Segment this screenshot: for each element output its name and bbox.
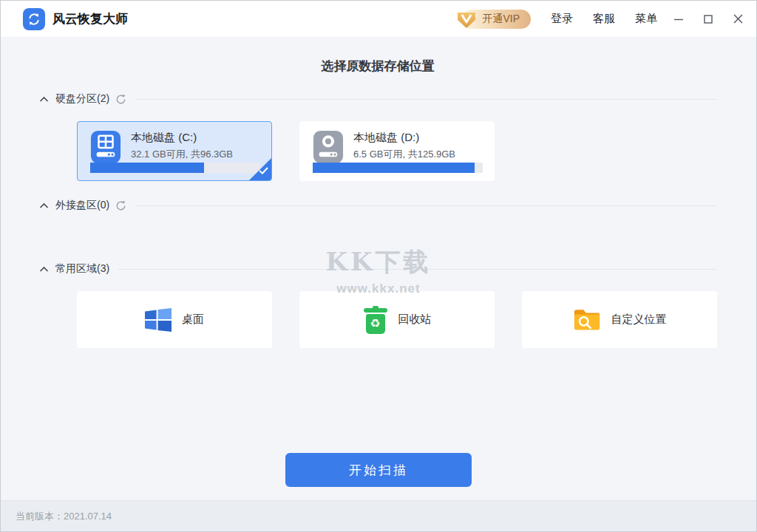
start-scan-button[interactable]: 开始扫描 [285,453,472,487]
minimize-icon [674,15,683,24]
maximize-button[interactable] [700,11,716,27]
chevron-up-icon[interactable] [39,96,49,103]
refresh-icon[interactable] [115,200,126,211]
disk-card-c[interactable]: 本地磁盘 (C:) 32.1 GB可用, 共96.3GB [77,121,272,181]
selected-check-icon [249,158,271,180]
app-window: 风云恢复大师 开通VIP 登录 客服 菜单 [0,0,757,532]
location-card-desktop[interactable]: 桌面 [77,291,272,348]
section-common-areas: 常用区域(3) [39,262,716,276]
recycle-glyph: ♻ [370,318,380,330]
close-icon [733,14,743,24]
disk-usage-fill [90,163,204,173]
location-card-recycle-bin[interactable]: ♻ 回收站 [299,291,495,348]
login-button[interactable]: 登录 [551,12,573,26]
open-vip-button[interactable]: 开通VIP [462,10,531,29]
vip-v-badge-icon [455,8,478,30]
title-bar: 风云恢复大师 开通VIP 登录 客服 菜单 [1,1,756,38]
menu-button[interactable]: 菜单 [635,12,657,26]
main-content: 选择原数据存储位置 硬盘分区(2) [1,38,756,500]
disk-usage-bar [313,163,483,173]
disk-detail: 6.5 GB可用, 共125.9GB [353,148,455,161]
windows-logo-icon [145,308,172,332]
disk-detail: 32.1 GB可用, 共96.3GB [131,148,233,161]
disk-usage-fill [313,163,475,173]
section-title-hdd: 硬盘分区(2) [55,92,109,106]
section-divider [135,205,716,206]
support-button[interactable]: 客服 [593,12,615,26]
disk-name: 本地磁盘 (C:) [131,129,233,145]
folder-search-icon [573,307,601,332]
section-title-external: 外接盘区(0) [55,199,109,212]
disk-cards-row: 本地磁盘 (C:) 32.1 GB可用, 共96.3GB [77,121,716,181]
app-logo-icon [23,8,45,30]
section-hdd-partitions: 硬盘分区(2) [39,92,716,106]
location-card-custom[interactable]: 自定义位置 [522,291,717,348]
disk-card-d[interactable]: 本地磁盘 (D:) 6.5 GB可用, 共125.9GB [299,121,495,181]
location-label: 回收站 [398,313,432,327]
version-label: 当前版本：2021.07.14 [16,510,112,523]
location-cards-row: 桌面 ♻ 回收站 [77,291,716,348]
location-label: 自定义位置 [611,313,667,327]
disk-name: 本地磁盘 (D:) [353,129,455,145]
chevron-up-icon[interactable] [39,202,49,209]
close-button[interactable] [730,11,746,27]
section-divider [118,269,716,270]
section-divider [135,99,716,100]
minimize-button[interactable] [671,11,687,27]
refresh-icon[interactable] [115,94,126,105]
local-disk-c-icon [90,130,121,164]
page-title: 选择原数据存储位置 [39,38,716,75]
section-external-drives: 外接盘区(0) [39,198,716,213]
local-disk-d-icon [313,130,344,164]
footer-bar: 当前版本：2021.07.14 [1,500,756,531]
maximize-icon [704,15,713,24]
disk-usage-bar [90,163,260,173]
app-title: 风云恢复大师 [52,10,128,27]
section-title-common: 常用区域(3) [55,262,109,276]
vip-label: 开通VIP [482,13,520,26]
location-label: 桌面 [182,313,204,327]
recycle-bin-icon: ♻ [363,306,388,334]
chevron-up-icon[interactable] [39,266,49,273]
